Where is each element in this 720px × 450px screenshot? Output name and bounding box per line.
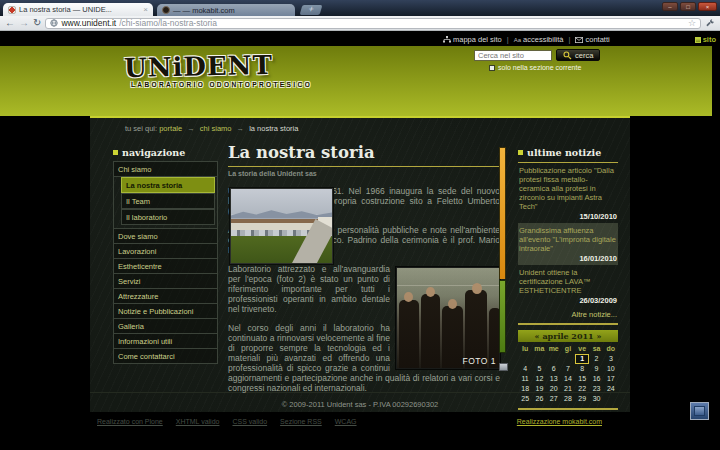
calendar-week-row: 1 2 3 bbox=[518, 354, 618, 364]
nav-item-servizi[interactable]: Servizi bbox=[113, 273, 218, 289]
minimize-button[interactable]: – bbox=[662, 2, 678, 11]
nav-item-il-laboratorio[interactable]: Il laboratorio bbox=[121, 209, 215, 225]
scope-label: solo nella sezione corrente bbox=[498, 64, 581, 71]
calendar-month-header[interactable]: « aprile 2011 » bbox=[518, 330, 618, 342]
scrollbar-track-bottom bbox=[499, 280, 506, 353]
separator: | bbox=[569, 35, 571, 44]
rss-link[interactable]: Sezione RSS bbox=[280, 418, 322, 425]
logo-title: UNiDENT bbox=[124, 51, 313, 81]
envelope-icon bbox=[575, 37, 583, 43]
tab-close-icon[interactable]: × bbox=[143, 6, 148, 14]
close-button[interactable]: × bbox=[698, 2, 717, 11]
scope-checkbox[interactable] bbox=[489, 65, 495, 71]
calendar-today[interactable]: 1 bbox=[575, 354, 589, 364]
search-button[interactable]: cerca bbox=[556, 49, 600, 61]
photo-tone-overlay bbox=[397, 268, 499, 368]
nav-item-dove-siamo[interactable]: Dove siamo bbox=[113, 228, 218, 244]
nav-item-contattarci[interactable]: Come contattarci bbox=[113, 348, 218, 364]
wcag-link[interactable]: WCAG bbox=[335, 418, 357, 425]
browser-tab-inactive[interactable]: — — mokabit.com bbox=[157, 4, 295, 16]
browser-tab-active[interactable]: La nostra storia — UNIDE... × bbox=[3, 3, 153, 16]
globe-icon bbox=[50, 19, 58, 27]
page-subtitle: La storia della Unident sas bbox=[228, 170, 508, 177]
search-icon bbox=[563, 51, 572, 60]
url-host: www.unident.it bbox=[61, 19, 116, 28]
separator: | bbox=[507, 35, 509, 44]
credit-link[interactable]: Realizzazione mokabit.com bbox=[517, 418, 602, 425]
plone-link[interactable]: Realizzato con Plone bbox=[97, 418, 163, 425]
breadcrumb-current: la nostra storia bbox=[249, 124, 298, 133]
breadcrumb-link-portale[interactable]: portale bbox=[159, 124, 182, 133]
square-bullet-icon bbox=[113, 150, 118, 155]
news-date: 26/03/2009 bbox=[519, 296, 617, 305]
web-page: mappa del sito | Aa accessibilità | cont… bbox=[0, 31, 720, 450]
css-link[interactable]: CSS valido bbox=[232, 418, 267, 425]
divider bbox=[518, 408, 618, 410]
sitemap-link[interactable]: mappa del sito bbox=[443, 35, 502, 44]
breadcrumb-link-chi-siamo[interactable]: chi siamo bbox=[200, 124, 232, 133]
accessibility-link[interactable]: Aa accessibilità bbox=[514, 35, 564, 44]
article-body: Unident sas nasce nel 1961. Nel 1966 ina… bbox=[228, 186, 500, 393]
scrollbar-track-top bbox=[499, 147, 506, 279]
reload-icon[interactable]: ↻ bbox=[33, 18, 41, 28]
browser-toolbar: ← → ↻ www.unident.it/chi-siamo/la-nostra… bbox=[0, 16, 720, 31]
new-tab-button[interactable]: + bbox=[300, 5, 323, 15]
news-item[interactable]: Unident ottiene la certificazione LAVA™ … bbox=[518, 265, 618, 307]
nav-group-chi-siamo: Chi siamo La nostra storia Il Team Il la… bbox=[113, 161, 218, 229]
site-feed-link[interactable]: sito bbox=[695, 35, 716, 44]
site-header: UNiDENT LABORATORIO ODONTOPROTESICO cerc… bbox=[0, 46, 712, 116]
calendar-week-row: 4 5 6 7 8 9 10 bbox=[518, 364, 618, 374]
divider bbox=[518, 323, 618, 325]
bookmark-star-icon[interactable]: ☆ bbox=[688, 19, 696, 28]
ceremony-photo: FOTO 1 bbox=[396, 267, 500, 369]
navigation-sidebar: navigazione Chi siamo La nostra storia I… bbox=[113, 147, 218, 364]
tab-favicon bbox=[162, 6, 170, 14]
scrollbar-thumb[interactable] bbox=[499, 363, 508, 371]
back-icon[interactable]: ← bbox=[5, 18, 15, 28]
nav-item-informazioni[interactable]: Informazioni utili bbox=[113, 333, 218, 349]
breadcrumb-separator: → bbox=[187, 124, 195, 133]
nav-item-il-team[interactable]: Il Team bbox=[121, 193, 215, 209]
nav-item-estheticentre[interactable]: Estheticentre bbox=[113, 258, 218, 274]
site-logo[interactable]: UNiDENT LABORATORIO ODONTOPROTESICO bbox=[124, 53, 312, 88]
news-header: ultime notizie bbox=[518, 147, 618, 163]
square-bullet-icon bbox=[518, 150, 523, 155]
window-controls: – □ × bbox=[662, 2, 717, 11]
tab-title: — — mokabit.com bbox=[173, 6, 235, 15]
sitemap-icon bbox=[443, 36, 451, 43]
news-item[interactable]: Grandissima affluenza all'evento "L'impr… bbox=[518, 223, 618, 265]
search-scope: solo nella sezione corrente bbox=[489, 64, 581, 71]
content-area: tu sei qui: portale → chi siamo → la nos… bbox=[90, 118, 630, 412]
widget-inner bbox=[694, 406, 705, 416]
tab-title: La nostra storia — UNIDE... bbox=[19, 5, 112, 14]
news-item[interactable]: Pubblicazione articolo "Dalla protesi fi… bbox=[518, 163, 618, 223]
utility-bar: mappa del sito | Aa accessibilità | cont… bbox=[0, 33, 720, 46]
address-bar[interactable]: www.unident.it/chi-siamo/la-nostra-stori… bbox=[45, 18, 701, 29]
nav-item-lavorazioni[interactable]: Lavorazioni bbox=[113, 243, 218, 259]
forward-icon[interactable]: → bbox=[19, 18, 29, 28]
nav-item-chi-siamo[interactable]: Chi siamo bbox=[114, 161, 217, 177]
calendar-week-row: 25 26 27 28 29 30 bbox=[518, 394, 618, 404]
url-path: /chi-siamo/la-nostra-storia bbox=[119, 19, 217, 28]
nav-item-la-nostra-storia[interactable]: La nostra storia bbox=[121, 177, 215, 193]
bottom-right-widget[interactable] bbox=[690, 402, 709, 420]
nav-item-notizie[interactable]: Notizie e Pubblicazioni bbox=[113, 303, 218, 319]
more-news-link[interactable]: Altre notizie... bbox=[519, 310, 617, 319]
search-input[interactable] bbox=[474, 50, 552, 61]
tab-favicon bbox=[8, 6, 16, 14]
contacts-link[interactable]: contatti bbox=[575, 35, 609, 44]
calendar-weekday-row: lu ma me gi ve sa do bbox=[518, 344, 618, 354]
calendar-week-row: 11 12 13 14 15 16 17 bbox=[518, 374, 618, 384]
photo-caption: FOTO 1 bbox=[462, 356, 496, 366]
photo-sky bbox=[231, 189, 332, 214]
wrench-menu-icon[interactable] bbox=[705, 18, 715, 28]
nav-item-attrezzature[interactable]: Attrezzature bbox=[113, 288, 218, 304]
maximize-button[interactable]: □ bbox=[680, 2, 696, 11]
nav-item-galleria[interactable]: Galleria bbox=[113, 318, 218, 334]
xhtml-link[interactable]: XHTML valido bbox=[176, 418, 220, 425]
main-article: La nostra storia La storia della Unident… bbox=[228, 141, 508, 402]
accessibility-icon: Aa bbox=[514, 37, 521, 43]
building-photo bbox=[230, 188, 333, 264]
calendar-week-row: 18 19 20 21 22 23 24 bbox=[518, 384, 618, 394]
calendar: « aprile 2011 » lu ma me gi ve sa do bbox=[518, 330, 618, 410]
